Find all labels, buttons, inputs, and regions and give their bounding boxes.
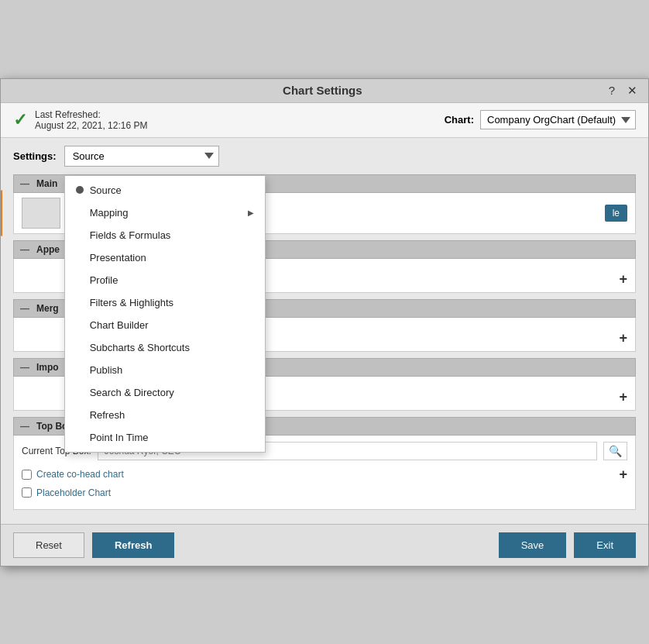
dialog-title: Chart Settings bbox=[39, 84, 606, 97]
dropdown-item-label: Profile bbox=[90, 274, 118, 286]
placeholder-chart-row: Placeholder Chart bbox=[22, 487, 627, 498]
dropdown-item-profile[interactable]: Profile bbox=[65, 269, 265, 291]
dropdown-item-publish[interactable]: Publish bbox=[65, 359, 265, 381]
dropdown-item-label: Subcharts & Shortcuts bbox=[90, 342, 190, 353]
dropdown-item-label: Publish bbox=[90, 364, 123, 376]
merge-section-title: Merg bbox=[36, 303, 59, 314]
chart-dropdown[interactable]: Company OrgChart (Default) bbox=[480, 110, 636, 129]
help-button[interactable]: ? bbox=[606, 84, 618, 98]
settings-select[interactable]: Source bbox=[64, 146, 219, 167]
chart-settings-dialog: Chart Settings ? ✕ ✓ Last Refreshed: Aug… bbox=[0, 78, 649, 567]
collapse-icon[interactable]: — bbox=[20, 421, 29, 432]
dropdown-item-label: Filters & Highlights bbox=[90, 297, 173, 308]
last-refreshed-label: Last Refreshed: bbox=[35, 109, 147, 120]
settings-bar: Settings: Source Source Mapping ▶ Fields bbox=[1, 138, 648, 174]
chart-selector: Chart: Company OrgChart (Default) bbox=[445, 110, 636, 129]
footer: Reset Refresh Save Exit bbox=[1, 524, 648, 566]
title-bar-actions: ? ✕ bbox=[606, 84, 640, 98]
settings-select-wrapper: Source Source Mapping ▶ Fields & Formula… bbox=[64, 146, 219, 167]
main-action-button[interactable]: le bbox=[605, 205, 627, 222]
dropdown-item-label: Source bbox=[90, 184, 122, 196]
last-refreshed-date: August 22, 2021, 12:16 PM bbox=[35, 120, 147, 131]
refresh-text: Last Refreshed: August 22, 2021, 12:16 P… bbox=[35, 109, 147, 131]
header-section: ✓ Last Refreshed: August 22, 2021, 12:16… bbox=[1, 103, 648, 138]
close-button[interactable]: ✕ bbox=[624, 84, 640, 98]
appearance-section-title: Appe bbox=[36, 244, 60, 255]
dot-icon bbox=[76, 186, 84, 194]
dropdown-item-search-directory[interactable]: Search & Directory bbox=[65, 381, 265, 404]
dropdown-item-label: Fields & Formulas bbox=[90, 229, 171, 241]
dropdown-item-label: Presentation bbox=[90, 252, 146, 263]
dropdown-item-chart-builder[interactable]: Chart Builder bbox=[65, 314, 265, 336]
dropdown-item-label: Search & Directory bbox=[90, 387, 174, 398]
dropdown-item-label: Point In Time bbox=[90, 432, 149, 443]
dropdown-item-filters[interactable]: Filters & Highlights bbox=[65, 291, 265, 314]
collapse-icon[interactable]: — bbox=[20, 178, 29, 189]
dropdown-item-point-in-time[interactable]: Point In Time bbox=[65, 426, 265, 449]
chart-label: Chart: bbox=[445, 114, 474, 126]
refresh-info: ✓ Last Refreshed: August 22, 2021, 12:16… bbox=[13, 109, 147, 131]
dropdown-item-label: Mapping bbox=[90, 207, 129, 219]
settings-label: Settings: bbox=[13, 150, 57, 162]
appearance-add-button[interactable]: + bbox=[619, 272, 627, 286]
main-section-title: Main bbox=[36, 178, 57, 189]
footer-right: Save Exit bbox=[499, 532, 636, 558]
import-add-button[interactable]: + bbox=[619, 390, 627, 404]
cohead-chart-row: Create co-head chart + bbox=[22, 467, 627, 483]
dropdown-item-presentation[interactable]: Presentation bbox=[65, 246, 265, 269]
cohead-chart-checkbox[interactable] bbox=[22, 470, 32, 480]
exit-button[interactable]: Exit bbox=[574, 532, 636, 558]
dropdown-item-label: Chart Builder bbox=[90, 319, 149, 331]
dropdown-item-label: Refresh bbox=[90, 409, 125, 421]
thumbnail-placeholder bbox=[22, 198, 60, 229]
dropdown-item-refresh[interactable]: Refresh bbox=[65, 404, 265, 426]
dropdown-item-subcharts[interactable]: Subcharts & Shortcuts bbox=[65, 336, 265, 359]
collapse-icon[interactable]: — bbox=[20, 244, 29, 255]
cohead-chart-label[interactable]: Create co-head chart bbox=[36, 469, 124, 480]
footer-left: Reset Refresh bbox=[13, 532, 174, 558]
placeholder-chart-label[interactable]: Placeholder Chart bbox=[36, 487, 111, 498]
refresh-button[interactable]: Refresh bbox=[92, 532, 174, 558]
settings-dropdown-menu: Source Mapping ▶ Fields & Formulas Prese… bbox=[64, 175, 266, 453]
chevron-right-icon: ▶ bbox=[248, 208, 254, 217]
collapse-icon[interactable]: — bbox=[20, 362, 29, 373]
reset-button[interactable]: Reset bbox=[13, 532, 84, 558]
dropdown-item-fields-formulas[interactable]: Fields & Formulas bbox=[65, 224, 265, 246]
save-button[interactable]: Save bbox=[499, 532, 567, 558]
cohead-add-icon[interactable]: + bbox=[619, 467, 627, 483]
top-box-search-button[interactable]: 🔍 bbox=[603, 442, 627, 460]
collapse-icon[interactable]: — bbox=[20, 303, 29, 314]
dropdown-item-mapping[interactable]: Mapping ▶ bbox=[65, 201, 265, 224]
import-section-title: Impo bbox=[36, 362, 59, 373]
check-icon: ✓ bbox=[13, 110, 27, 130]
placeholder-chart-checkbox[interactable] bbox=[22, 487, 32, 498]
dropdown-item-source[interactable]: Source bbox=[65, 179, 265, 201]
merge-add-button[interactable]: + bbox=[619, 331, 627, 345]
title-bar: Chart Settings ? ✕ bbox=[1, 79, 648, 103]
